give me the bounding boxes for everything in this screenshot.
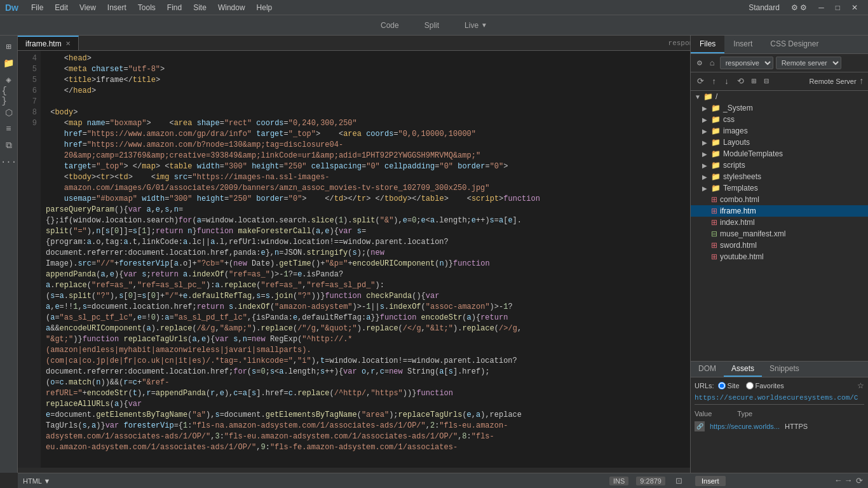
tree-item-index[interactable]: ▶ ⊞ index.html xyxy=(691,217,868,228)
favorites-icon[interactable]: ☆ xyxy=(857,381,864,390)
assets-panel: DOM Assets Snippets URLs: Site Favorites… xyxy=(690,361,868,488)
live-label: Live xyxy=(465,21,478,30)
panel-refresh2-icon[interactable]: ⟳ xyxy=(856,476,863,486)
tree-arrow-images: ▶ xyxy=(702,128,709,135)
status-expand-icon[interactable]: ⊡ xyxy=(673,475,685,487)
tab-close-icon[interactable]: ✕ xyxy=(65,40,71,47)
sidebar-icon-more[interactable]: ··· xyxy=(2,155,16,169)
tree-label-iframe: iframe.htm xyxy=(720,207,756,215)
value-type-row: Value Type xyxy=(695,407,864,420)
site-radio-text: Site xyxy=(728,382,740,390)
tree-item-scripts[interactable]: ▶ 📁 scripts xyxy=(691,159,868,171)
tree-item-css[interactable]: ▶ 📁 css xyxy=(691,114,868,125)
files-home-icon[interactable]: ⌂ xyxy=(707,57,717,69)
tab-assets[interactable]: Assets xyxy=(724,362,762,377)
connect-icon[interactable]: ⟳ xyxy=(695,75,707,88)
sidebar-icon-dom[interactable]: ≡ xyxy=(2,122,16,136)
tab-iframe[interactable]: iframe.htm ✕ xyxy=(18,36,79,50)
standard-dropdown[interactable]: Standard xyxy=(743,2,785,13)
tree-item-stylesheets[interactable]: ▶ 📁 stylesheets xyxy=(691,171,868,182)
tab-files[interactable]: Files xyxy=(691,36,724,53)
status-mode[interactable]: INS xyxy=(609,477,628,485)
code-content[interactable]: <head> <meta charset="utf-8"> <title>ifr… xyxy=(41,51,690,468)
panel-back-icon[interactable]: ← xyxy=(836,476,841,485)
files-actions: ⟳ ↑ ↓ ⟲ ⊞ ⊟ Remote Server ↑ xyxy=(691,72,868,91)
download-icon[interactable]: ↓ xyxy=(722,76,732,88)
tree-item-sword[interactable]: ▶ ⊞ sword.html xyxy=(691,240,868,251)
menu-file[interactable]: File xyxy=(26,2,48,13)
site-radio-label[interactable]: Site xyxy=(718,382,740,390)
tree-file-icon-youtube: ⊞ xyxy=(711,252,717,261)
code-editor[interactable]: 4556789 <head> <meta charset="utf-8"> <t… xyxy=(18,51,690,468)
tree-label-muse: muse_manifest.xml xyxy=(720,229,785,238)
sync-icon[interactable]: ⟲ xyxy=(735,75,747,88)
sidebar-icon-css[interactable]: ⬡ xyxy=(2,105,16,119)
upload-icon[interactable]: ↑ xyxy=(709,76,719,88)
tab-dom[interactable]: DOM xyxy=(691,362,724,377)
tree-item-system[interactable]: ▶ 📁 _System xyxy=(691,102,868,114)
menu-view[interactable]: View xyxy=(74,2,101,13)
site-select[interactable]: responsive xyxy=(720,57,773,69)
tree-file-icon-iframe: ⊞ xyxy=(711,207,717,215)
value-row: 🔗 https://secure.worlds... HTTPS xyxy=(695,420,864,433)
favorites-radio[interactable] xyxy=(746,382,754,390)
tree-item-layouts[interactable]: ▶ 📁 Layouts xyxy=(691,137,868,148)
menu-edit[interactable]: Edit xyxy=(50,2,73,13)
code-btn[interactable]: Code xyxy=(373,18,407,32)
tree-item-images[interactable]: ▶ 📁 images xyxy=(691,125,868,137)
menu-find[interactable]: Find xyxy=(162,2,187,13)
live-btn[interactable]: Live ▼ xyxy=(457,18,495,32)
status-lang-text: HTML xyxy=(23,477,42,485)
settings-icon[interactable]: ⚙ ⚙ xyxy=(786,2,812,13)
bottom-tabs: DOM Assets Snippets xyxy=(691,362,868,377)
close-btn[interactable]: ✕ xyxy=(846,2,863,13)
sidebar-icon-layers[interactable]: ⧉ xyxy=(2,139,16,152)
expand-icon[interactable]: ⊞ xyxy=(749,75,759,88)
tab-snippets[interactable]: Snippets xyxy=(762,362,807,377)
server-select[interactable]: Remote server xyxy=(776,57,841,69)
tree-item-combo[interactable]: ▶ ⊞ combo.html xyxy=(691,194,868,205)
menu-insert[interactable]: Insert xyxy=(102,2,132,13)
remote-arrow-icon: ↑ xyxy=(859,76,864,86)
status-language: HTML ▼ xyxy=(23,477,51,485)
tree-label-stylesheets: stylesheets xyxy=(723,172,761,181)
right-panel: Files Insert CSS Designer ⚙ ⌂ responsive… xyxy=(690,36,868,488)
tree-arrow-system: ▶ xyxy=(702,105,709,112)
site-radio[interactable] xyxy=(718,382,726,390)
sidebar-icon-snippets[interactable]: { } xyxy=(2,89,16,103)
maximize-btn[interactable]: □ xyxy=(831,2,845,13)
menu-tools[interactable]: Tools xyxy=(133,2,161,13)
app-name: Dw xyxy=(5,3,18,13)
menu-site[interactable]: Site xyxy=(188,2,212,13)
sidebar-icon-assets[interactable]: ◈ xyxy=(2,72,16,86)
sidebar-icon-insert[interactable]: ⊞ xyxy=(2,39,16,53)
tab-css-designer[interactable]: CSS Designer xyxy=(761,36,827,53)
tree-item-youtube[interactable]: ▶ ⊞ youtube.html xyxy=(691,251,868,262)
menu-help[interactable]: Help xyxy=(252,2,278,13)
files-settings-icon[interactable]: ⚙ xyxy=(695,57,705,69)
tree-arrow-css: ▶ xyxy=(702,116,709,123)
panel-forward-icon[interactable]: → xyxy=(846,476,851,485)
insert-btn[interactable]: Insert xyxy=(695,476,726,486)
minimize-btn[interactable]: ─ xyxy=(813,2,829,13)
tree-folder-icon-layouts: 📁 xyxy=(711,138,721,147)
toolbar: Code Split Live ▼ xyxy=(0,15,868,36)
status-position[interactable]: 9:2879 xyxy=(636,477,665,485)
files-toolbar: ⚙ ⌂ responsive Remote server xyxy=(691,54,868,72)
favorites-radio-label[interactable]: Favorites xyxy=(746,382,784,390)
asset-link[interactable]: https://secure.worldsecuresystems.com/C xyxy=(695,394,860,402)
collapse-icon[interactable]: ⊟ xyxy=(761,75,771,88)
tree-folder-icon-system: 📁 xyxy=(711,104,721,112)
menu-window[interactable]: Window xyxy=(213,2,250,13)
statusbar: HTML ▼ INS 9:2879 ⊡ xyxy=(18,473,690,488)
tree-item-templates[interactable]: ▶ 📁 Templates xyxy=(691,182,868,194)
tree-item-moduletemplates[interactable]: ▶ 📁 ModuleTemplates xyxy=(691,148,868,159)
tree-root-arrow: ▼ xyxy=(695,93,701,100)
tab-insert[interactable]: Insert xyxy=(724,36,761,53)
tree-root[interactable]: ▼ 📁 / xyxy=(691,91,868,102)
tree-label-images: images xyxy=(723,126,748,135)
tree-item-iframe[interactable]: ▶ ⊞ iframe.htm xyxy=(691,205,868,217)
sidebar-icon-files[interactable]: 📁 xyxy=(2,56,16,70)
split-btn[interactable]: Split xyxy=(417,18,447,32)
tree-item-muse[interactable]: ▶ ⊟ muse_manifest.xml xyxy=(691,228,868,240)
